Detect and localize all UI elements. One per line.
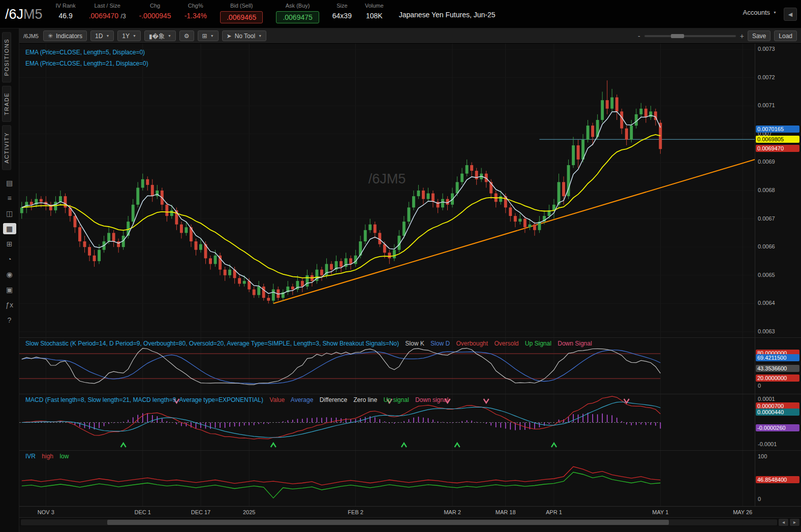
legend-up-signal: Up Signal	[525, 340, 551, 347]
price-bubble: 0.0069470	[756, 145, 799, 152]
chart-settings-button[interactable]: ⚙	[179, 30, 194, 41]
time-axis-label: NOV 3	[38, 509, 54, 515]
sidebar-tab-activity[interactable]: ACTIVITY	[2, 126, 11, 170]
people-icon[interactable]: ◉	[3, 269, 16, 280]
grid-icon: ⊞	[202, 33, 207, 40]
ask-button[interactable]: .0069475	[276, 11, 319, 23]
zoom-out-button[interactable]: -	[638, 32, 640, 40]
zoom-in-button[interactable]: +	[740, 32, 744, 40]
grid-layout-dropdown[interactable]: ⊞▼	[198, 30, 219, 41]
axis-price-bubble: 46.8548400	[756, 476, 799, 483]
size-field: Size 64x39	[332, 3, 352, 20]
bid-field: Bid (Sell) .0069465	[220, 3, 263, 23]
chg-pct-field: Chg% -1.34%	[184, 3, 207, 20]
macd-title: MACD (Fast length=8, Slow length=21, MAC…	[25, 396, 263, 403]
trendline	[273, 160, 755, 303]
grid-icon[interactable]: ⊞	[3, 238, 16, 249]
price-chart-area[interactable]	[19, 44, 755, 337]
chart-style-icon: ▮�象	[149, 32, 165, 40]
aggregation-value: 1D	[95, 33, 103, 40]
chevron-down-icon: ▼	[258, 34, 262, 38]
chg-value: -.0000945	[139, 12, 171, 20]
indicators-icon: ✳	[48, 33, 53, 40]
zoom-slider-thumb[interactable]	[671, 34, 684, 38]
legend-down-signal: Down signal	[415, 396, 448, 403]
bid-label: Bid (Sell)	[220, 3, 263, 9]
volume-field: Volume 108K	[365, 3, 384, 20]
save-button[interactable]: Save	[748, 30, 771, 41]
macd-panel: MACD (Fast length=8, Slow length=21, MAC…	[19, 394, 801, 450]
macd-axis: 0.00010.00007000.0000440-0.0000260-0.000…	[755, 394, 801, 450]
range-dropdown[interactable]: 1Y▼	[117, 30, 141, 41]
tool-value: No Tool	[235, 33, 255, 40]
legend-slow-k: Slow K	[405, 340, 424, 347]
chart-toolbar: /6JM5 ✳Indicators 1D▼ 1Y▼ ▮�象▼ ⚙ ⊞▼ ➤No …	[19, 28, 801, 44]
scroll-right-button[interactable]: ▸	[790, 519, 799, 526]
price-tick: 0.0068	[758, 187, 775, 193]
sidebar-icon-stack: ▤≡◫▦⊞◔◉▣ƒx?	[0, 177, 19, 326]
ivr-low-line	[22, 472, 661, 498]
stochastic-panel: Slow Stochastic (K Period=14, D Period=9…	[19, 337, 801, 394]
legend-high: high	[42, 453, 53, 460]
price-tick: 0.0073	[758, 46, 775, 52]
watchlist-icon[interactable]: ≡	[3, 193, 16, 204]
axis-tick: 0	[758, 383, 761, 389]
ask-field: Ask (Buy) .0069475	[276, 3, 319, 23]
axis-price-bubble: -0.0000260	[756, 424, 799, 431]
aggregation-dropdown[interactable]: 1D▼	[90, 30, 114, 41]
stochastic-axis: 80.000000069.421150043.353660020.0000000…	[755, 338, 801, 394]
help-icon[interactable]: ?	[3, 315, 16, 326]
bid-button[interactable]: .0069465	[220, 11, 263, 23]
scrollbar-thumb[interactable]	[107, 520, 669, 525]
flexible-grid-icon[interactable]: ◫	[3, 208, 16, 219]
ema21-line	[22, 135, 661, 278]
legend-difference: Difference	[320, 396, 347, 403]
collapse-panel-button[interactable]: ◀	[784, 8, 797, 21]
price-tick: 0.0064	[758, 300, 775, 306]
scrollbar-track[interactable]	[21, 519, 777, 525]
time-axis-label: MAY 1	[652, 509, 668, 515]
legend-average: Average	[291, 396, 313, 403]
price-axis: 0.00730.00720.00710.0070.00690.00680.006…	[755, 44, 801, 337]
axis-price-bubble: 43.3536600	[756, 365, 799, 372]
chevron-down-icon: ▼	[133, 34, 136, 38]
iv-rank-value: 46.9	[58, 12, 72, 20]
scroll-left-button[interactable]: ◂	[779, 519, 788, 526]
zoom-slider[interactable]	[644, 35, 736, 37]
sidebar-tab-positions[interactable]: POSITIONS	[2, 32, 11, 82]
contract-description: Japanese Yen Futures, Jun-25	[399, 11, 496, 19]
price-tick: 0.0071	[758, 102, 775, 108]
header: /6JM5 IV Rank 46.9 Last / Size .0069470 …	[0, 0, 801, 28]
time-axis-label: APR 1	[546, 509, 562, 515]
price-tick: 0.0069	[758, 159, 775, 165]
sidebar-tab-trade[interactable]: TRADE	[2, 86, 11, 122]
drawing-tool-dropdown[interactable]: ➤No Tool▼	[222, 30, 266, 41]
chevron-down-icon: ▼	[210, 34, 214, 38]
chart-icon[interactable]: ▦	[3, 223, 16, 234]
indicators-button[interactable]: ✳Indicators	[43, 30, 87, 41]
publish-icon[interactable]: ▣	[3, 284, 16, 295]
zoom-control: - +	[638, 32, 744, 40]
symbol-suffix: M5	[23, 7, 43, 22]
legend-up-signal: Up signal	[384, 396, 409, 403]
axis-tick: -0.0001	[758, 441, 777, 447]
legend-value: Value	[269, 396, 285, 403]
chg-pct-label: Chg%	[184, 3, 207, 9]
fx-icon[interactable]: ƒx	[3, 299, 16, 310]
symbol-root: /6J	[5, 7, 23, 22]
chart-style-dropdown[interactable]: ▮�象▼	[144, 30, 176, 41]
quote-monitor-icon[interactable]: ▤	[3, 177, 16, 189]
chg-label: Chg	[139, 3, 171, 9]
legend-down-signal: Down Signal	[558, 340, 592, 347]
volume-value: 108K	[366, 12, 383, 20]
size-value: 64x39	[332, 12, 352, 20]
accounts-menu[interactable]: Accounts▼	[743, 9, 777, 16]
clock-icon[interactable]: ◔	[3, 254, 16, 265]
chevron-down-icon: ▼	[168, 34, 171, 38]
candles	[20, 80, 662, 303]
last-value: .0069470	[89, 12, 118, 20]
load-button[interactable]: Load	[774, 30, 797, 41]
symbol-title: /6JM5	[5, 7, 43, 22]
ivr-chart-area[interactable]	[19, 451, 755, 507]
left-sidebar: POSITIONS TRADE ACTIVITY ▤≡◫▦⊞◔◉▣ƒx?	[0, 28, 19, 532]
